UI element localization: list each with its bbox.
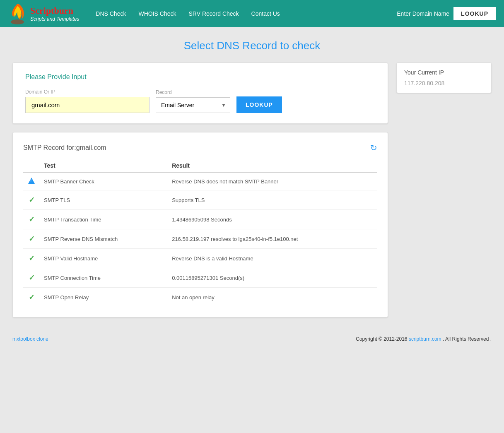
row-result: Not an open relay [168,288,377,307]
brand-name: Scriptburn [30,5,79,16]
page-title: Select DNS Record to check [12,39,492,52]
record-field-group: Record Email Server DNS Check WHOIS SRV … [156,89,230,113]
row-result: 1.43486905098 Seconds [168,210,377,229]
footer-brand: scriptburn.com [409,336,441,342]
nav-right: Enter Domain Name LOOKUP [397,7,496,20]
logo: Scriptburn Scripts and Templates [8,2,79,25]
record-select[interactable]: Email Server DNS Check WHOIS SRV Record [156,97,230,113]
row-result: Reverse DNS does not match SMTP Banner [168,173,377,190]
main-col: Please Provide Input Domain Or IP Record… [12,63,388,326]
nav-srv-record-check[interactable]: SRV Record Check [184,7,243,20]
row-test: SMTP TLS [40,190,168,210]
table-row: ✓SMTP Connection Time0.00115895271301 Se… [23,268,377,288]
navbar: Scriptburn Scripts and Templates DNS Che… [0,0,504,27]
nav-dns-check[interactable]: DNS Check [92,7,130,20]
table-row: ✓SMTP Reverse DNS Mismatch216.58.219.197… [23,229,377,249]
row-result: Reverse DNS is a valid Hostname [168,249,377,268]
brand-subtitle: Scripts and Templates [30,16,79,22]
row-status-icon: ✓ [23,268,40,288]
row-status-icon: ✓ [23,288,40,307]
warning-icon: ! [28,178,35,184]
results-card: SMTP Record for:gmail.com ↻ Test Result … [12,132,388,318]
check-icon: ✓ [29,215,35,224]
check-icon: ✓ [29,274,35,282]
check-icon: ✓ [29,254,35,262]
footer-rights: . All Rights Reserved . [443,336,492,342]
row-test: SMTP Open Relay [40,288,168,307]
results-title: SMTP Record for:gmail.com [23,144,106,152]
refresh-icon[interactable]: ↻ [370,143,377,153]
ip-value: 117.220.80.208 [404,80,484,87]
row-test: SMTP Banner Check [40,173,168,190]
table-header: Test Result [23,159,377,173]
check-icon: ✓ [29,293,35,301]
row-status-icon: ✓ [23,229,40,249]
input-row: Domain Or IP Record Email Server DNS Che… [25,89,375,113]
col-result: Result [168,159,377,173]
ip-card: Your Current IP 117.220.80.208 [396,63,492,93]
row-result: 0.00115895271301 Second(s) [168,268,377,288]
row-test: SMTP Connection Time [40,268,168,288]
row-test: SMTP Transaction Time [40,210,168,229]
col-status [23,159,40,173]
domain-field-group: Domain Or IP [25,89,150,113]
layout-wrap: Please Provide Input Domain Or IP Record… [12,63,492,326]
record-select-wrap: Email Server DNS Check WHOIS SRV Record … [156,97,230,113]
row-status-icon: ✓ [23,210,40,229]
input-card-title: Please Provide Input [25,73,375,81]
results-header: SMTP Record for:gmail.com ↻ [23,143,377,153]
ip-card-title: Your Current IP [404,69,484,76]
table-row: ✓SMTP Open RelayNot an open relay [23,288,377,307]
footer: mxtoolbox clone Copyright © 2012-2016 sc… [0,330,504,348]
table-row: ✓SMTP Transaction Time1.43486905098 Seco… [23,210,377,229]
table-header-row: Test Result [23,159,377,173]
row-result: Supports TLS [168,190,377,210]
table-row: ✓SMTP TLSSupports TLS [23,190,377,210]
nav-lookup-button[interactable]: LOOKUP [453,7,496,20]
row-test: SMTP Reverse DNS Mismatch [40,229,168,249]
results-tbody: !SMTP Banner CheckReverse DNS does not m… [23,173,377,307]
table-row: !SMTP Banner CheckReverse DNS does not m… [23,173,377,190]
check-icon: ✓ [29,196,35,204]
row-status-icon: ! [23,173,40,190]
table-row: ✓SMTP Valid HostnameReverse DNS is a val… [23,249,377,268]
logo-flame-icon [8,2,27,25]
domain-label: Domain Or IP [25,89,150,95]
col-test: Test [40,159,168,173]
footer-mxtoolbox-link[interactable]: mxtoolbox clone [12,336,48,342]
lookup-button[interactable]: LOOKUP [236,96,282,113]
main-wrapper: Select DNS Record to check Please Provid… [0,27,504,330]
nav-links: DNS Check WHOIS Check SRV Record Check C… [92,7,397,20]
sidebar-col: Your Current IP 117.220.80.208 [396,63,492,93]
domain-input[interactable] [25,97,150,113]
row-result: 216.58.219.197 resolves to lga25s40-in-f… [168,229,377,249]
check-icon: ✓ [29,235,35,243]
nav-domain-label: Enter Domain Name [397,10,449,17]
results-table: Test Result !SMTP Banner CheckReverse DN… [23,159,377,307]
nav-contact-us[interactable]: Contact Us [247,7,284,20]
nav-whois-check[interactable]: WHOIS Check [134,7,180,20]
record-label: Record [156,89,230,95]
footer-copyright-text: Copyright © 2012-2016 [356,336,407,342]
input-card: Please Provide Input Domain Or IP Record… [12,63,388,124]
footer-copyright: Copyright © 2012-2016 scriptburn.com . A… [356,336,492,342]
svg-point-0 [11,19,24,24]
row-status-icon: ✓ [23,249,40,268]
row-status-icon: ✓ [23,190,40,210]
row-test: SMTP Valid Hostname [40,249,168,268]
